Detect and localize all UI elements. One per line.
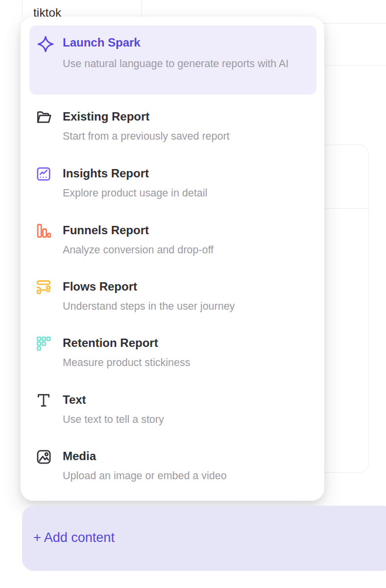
menu-item-launch-spark[interactable]: Launch SparkUse natural language to gene…	[29, 25, 316, 95]
menu-item-title: Funnels Report	[63, 223, 149, 237]
menu-item-title: Launch Spark	[63, 36, 141, 49]
menu-item-title: Insights Report	[63, 167, 149, 180]
funnels-bars-icon	[35, 222, 52, 239]
menu-item-subtitle: Upload an image or embed a video	[63, 470, 227, 482]
menu-item-text[interactable]: TextUse text to tell a story	[29, 392, 316, 434]
menu-item-funnels-report[interactable]: Funnels ReportAnalyze conversion and dro…	[29, 222, 316, 265]
add-content-label: + Add content	[33, 530, 115, 545]
text-icon	[35, 392, 52, 409]
menu-item-insights-report[interactable]: Insights ReportExplore product usage in …	[29, 166, 316, 208]
menu-item-existing-report[interactable]: Existing ReportStart from a previously s…	[29, 109, 316, 151]
menu-item-subtitle: Start from a previously saved report	[63, 130, 230, 143]
menu-item-subtitle: Measure product stickiness	[63, 357, 191, 369]
menu-item-subtitle: Use text to tell a story	[63, 414, 164, 426]
bg-column-divider	[141, 0, 142, 18]
menu-item-retention-report[interactable]: Retention ReportMeasure product stickine…	[29, 335, 316, 377]
screen: tiktok Launch SparkUse natural language …	[0, 0, 386, 588]
menu-item-title: Media	[63, 449, 96, 463]
menu-item-subtitle: Explore product usage in detail	[63, 187, 207, 199]
insights-chart-icon	[35, 166, 52, 182]
menu-item-title: Text	[63, 393, 86, 407]
bg-card-left-border	[22, 0, 23, 18]
add-content-button[interactable]: + Add content	[22, 506, 386, 571]
retention-grid-icon	[35, 335, 52, 352]
menu-item-subtitle: Use natural language to generate reports…	[63, 56, 301, 72]
add-content-menu: Launch SparkUse natural language to gene…	[21, 17, 324, 501]
menu-item-subtitle: Understand steps in the user journey	[63, 300, 235, 313]
media-image-icon	[35, 448, 52, 466]
flows-icon	[35, 279, 52, 295]
spark-icon	[36, 35, 55, 53]
menu-item-subtitle: Analyze conversion and drop-off	[63, 244, 214, 256]
menu-item-flows-report[interactable]: Flows ReportUnderstand steps in the user…	[29, 279, 316, 321]
menu-item-media[interactable]: MediaUpload an image or embed a video	[29, 448, 316, 490]
menu-item-title: Retention Report	[63, 336, 158, 350]
menu-item-title: Existing Report	[63, 110, 149, 123]
menu-item-title: Flows Report	[63, 280, 137, 294]
folder-icon	[35, 109, 52, 126]
